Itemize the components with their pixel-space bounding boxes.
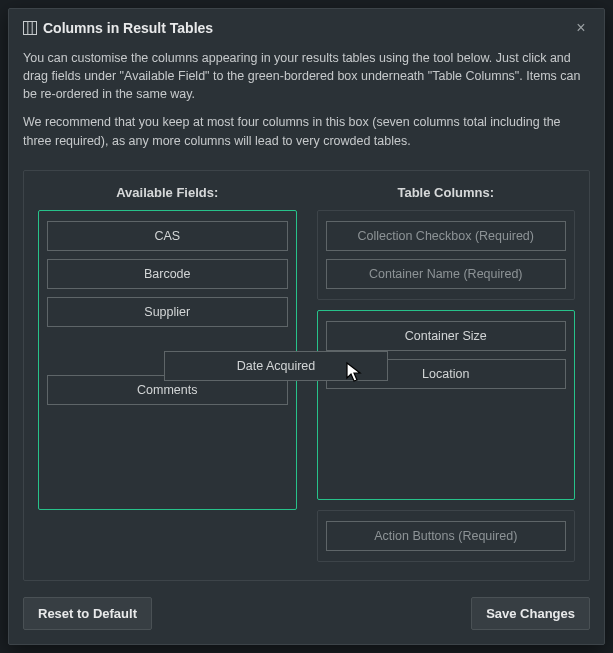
description-p1: You can customise the columns appearing … [23,49,590,103]
required-field: Action Buttons (Required) [326,521,567,551]
close-icon[interactable]: × [572,19,590,37]
table-heading: Table Columns: [317,185,576,200]
required-top-box: Collection Checkbox (Required) Container… [317,210,576,300]
description-p2: We recommend that you keep at most four … [23,113,590,149]
modal-header: Columns in Result Tables × [9,9,604,43]
field-item[interactable]: Supplier [47,297,288,327]
modal-footer: Reset to Default Save Changes [23,597,590,630]
required-bottom-box: Action Buttons (Required) [317,510,576,562]
save-button[interactable]: Save Changes [471,597,590,630]
available-heading: Available Fields: [38,185,297,200]
reset-button[interactable]: Reset to Default [23,597,152,630]
modal-title: Columns in Result Tables [43,20,572,36]
table-dropzone[interactable]: Container Size Location [317,310,576,500]
svg-rect-0 [24,22,37,35]
field-item[interactable]: CAS [47,221,288,251]
required-field: Collection Checkbox (Required) [326,221,567,251]
columns-modal: Columns in Result Tables × You can custo… [8,8,605,645]
required-field: Container Name (Required) [326,259,567,289]
modal-description: You can customise the columns appearing … [9,43,604,164]
dragged-field[interactable]: Date Acquired [164,351,388,381]
field-item[interactable]: Container Size [326,321,567,351]
field-item[interactable]: Barcode [47,259,288,289]
columns-icon [23,21,37,35]
